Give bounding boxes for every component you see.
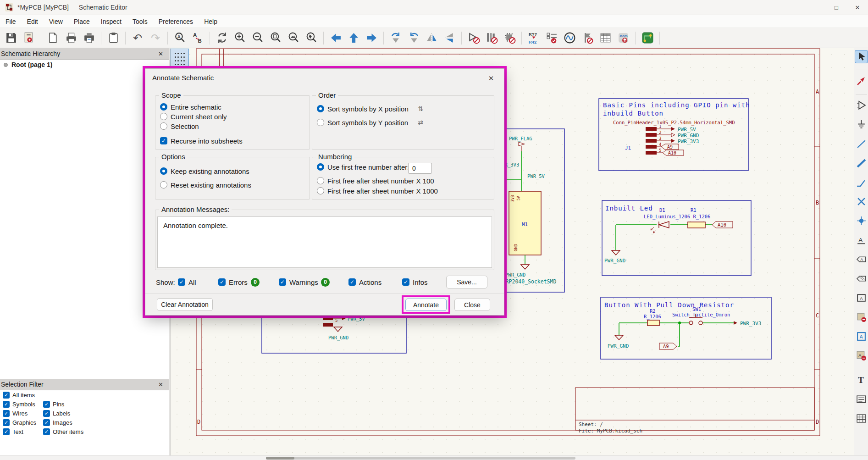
- find-icon[interactable]: A: [171, 30, 188, 46]
- nav-forward-icon[interactable]: [363, 30, 380, 46]
- radio-icon[interactable]: [160, 181, 167, 188]
- nav-back-icon[interactable]: [327, 30, 344, 46]
- radio-sort-y[interactable]: Sort symbols by Y position⇄: [317, 118, 423, 127]
- checkbox-icon[interactable]: [178, 278, 185, 286]
- menu-preferences[interactable]: Preferences: [159, 18, 193, 25]
- annotate-icon[interactable]: R??R42: [525, 30, 542, 46]
- import-sheet-pin-icon[interactable]: [855, 311, 868, 323]
- symbol-editor-icon[interactable]: [465, 30, 482, 46]
- minimize-button[interactable]: –: [805, 0, 826, 15]
- mirror-horizontal-icon[interactable]: [423, 30, 440, 46]
- radio-sort-x[interactable]: Sort symbols by X position⇅: [317, 104, 423, 113]
- radio-icon[interactable]: [160, 103, 167, 111]
- menu-help[interactable]: Help: [204, 18, 217, 25]
- close-dialog-button[interactable]: Close: [454, 299, 490, 311]
- first-free-number-input[interactable]: 0: [408, 163, 432, 174]
- filter-other-items[interactable]: Other items: [43, 427, 83, 436]
- maximize-button[interactable]: □: [826, 0, 847, 15]
- zoom-out-icon[interactable]: [249, 30, 266, 46]
- schematic-setup-icon[interactable]: [21, 30, 37, 46]
- checkbox-recurse-subsheets[interactable]: Recurse into subsheets: [160, 136, 243, 145]
- menu-file[interactable]: File: [6, 18, 16, 25]
- menu-edit[interactable]: Edit: [27, 18, 38, 25]
- simulator-icon[interactable]: [561, 30, 578, 46]
- zoom-fit-page-icon[interactable]: [267, 30, 284, 46]
- radio-keep-annotations[interactable]: Keep existing annotations: [160, 166, 249, 176]
- scrollbar-thumb-dark[interactable]: [266, 457, 294, 460]
- export-bom-icon[interactable]: .bom: [615, 30, 631, 46]
- radio-first-free-after[interactable]: Use first free number after:: [317, 162, 409, 172]
- radio-icon[interactable]: [317, 119, 324, 126]
- find-replace-icon[interactable]: AB: [189, 30, 206, 46]
- filter-wires[interactable]: Wires: [3, 409, 168, 418]
- save-icon[interactable]: [3, 30, 19, 46]
- checkbox-icon[interactable]: [43, 428, 50, 435]
- sheet-pin-icon[interactable]: A: [855, 330, 868, 343]
- checkbox-show-warnings[interactable]: Warnings: [279, 277, 318, 287]
- menu-tools[interactable]: Tools: [133, 18, 148, 25]
- junction-icon[interactable]: [855, 215, 868, 227]
- draw-wire-icon[interactable]: [855, 138, 868, 150]
- radio-current-sheet-only[interactable]: Current sheet only: [160, 112, 227, 121]
- text-variables-icon[interactable]: A: [855, 349, 868, 362]
- assign-footprints-icon[interactable]: [579, 30, 596, 46]
- place-power-port-icon[interactable]: [855, 118, 868, 131]
- clear-annotation-button[interactable]: Clear Annotation: [157, 298, 213, 311]
- print-icon[interactable]: [63, 30, 79, 46]
- checkbox-icon[interactable]: [43, 410, 50, 417]
- filter-images[interactable]: Images: [43, 418, 83, 427]
- dialog-close-icon[interactable]: ✕: [485, 72, 498, 84]
- radio-icon[interactable]: [160, 122, 167, 130]
- checkbox-icon[interactable]: [3, 410, 10, 417]
- menu-place[interactable]: Place: [74, 18, 90, 25]
- checkbox-icon[interactable]: [43, 419, 50, 426]
- radio-sheet-x1000[interactable]: First free after sheet number X 1000: [317, 186, 438, 195]
- highlight-net-icon[interactable]: [855, 75, 868, 87]
- rotate-cw-icon[interactable]: [405, 30, 422, 46]
- redo-icon[interactable]: ↷: [147, 30, 164, 46]
- checkbox-icon[interactable]: [3, 419, 10, 426]
- checkbox-icon[interactable]: [348, 278, 356, 286]
- checkbox-icon[interactable]: [160, 137, 167, 144]
- hierarchical-label-icon[interactable]: [855, 272, 868, 285]
- save-button[interactable]: Save...: [446, 276, 487, 288]
- checkbox-icon[interactable]: [3, 428, 10, 435]
- annotation-messages-box[interactable]: Annotation complete.: [157, 216, 492, 268]
- paste-icon[interactable]: [105, 30, 122, 46]
- symbol-fields-table-icon[interactable]: [597, 30, 614, 46]
- checkbox-icon[interactable]: [3, 401, 10, 408]
- mirror-vertical-icon[interactable]: [441, 30, 458, 46]
- no-connect-icon[interactable]: [855, 195, 868, 208]
- zoom-fit-objects-icon[interactable]: [285, 30, 302, 46]
- radio-reset-annotations[interactable]: Reset existing annotations: [160, 180, 251, 189]
- cursor-icon[interactable]: [855, 50, 868, 63]
- checkbox-show-errors[interactable]: Errors: [218, 277, 248, 287]
- filter-pins[interactable]: Pins: [43, 399, 83, 409]
- table-icon[interactable]: [855, 412, 868, 425]
- undo-icon[interactable]: ↶: [129, 30, 146, 46]
- net-label-icon[interactable]: A: [855, 234, 868, 246]
- radio-selection[interactable]: Selection: [160, 122, 199, 131]
- zoom-selection-icon[interactable]: [303, 30, 320, 46]
- checkbox-show-all[interactable]: All: [178, 277, 196, 287]
- scrollbar-thumb[interactable]: [266, 457, 575, 460]
- filter-labels[interactable]: Labels: [43, 409, 83, 418]
- checkbox-icon[interactable]: [402, 278, 409, 286]
- radio-icon[interactable]: [317, 163, 324, 171]
- hierarchical-sheet-icon[interactable]: A: [855, 292, 868, 304]
- erc-icon[interactable]: [543, 30, 560, 46]
- horizontal-scrollbar[interactable]: [0, 455, 868, 460]
- draw-bus-icon[interactable]: [855, 157, 868, 169]
- radio-icon[interactable]: [317, 105, 324, 112]
- page-setup-icon[interactable]: [45, 30, 61, 46]
- checkbox-show-infos[interactable]: Infos: [402, 277, 428, 287]
- radio-sheet-x100[interactable]: First free after sheet number X 100: [317, 176, 434, 185]
- refresh-icon[interactable]: [214, 30, 230, 46]
- selection-filter-close-icon[interactable]: ✕: [155, 381, 166, 388]
- radio-icon[interactable]: [317, 177, 324, 184]
- hierarchy-root-item[interactable]: Root (page 1): [4, 61, 52, 68]
- checkbox-icon[interactable]: [43, 401, 50, 408]
- open-pcb-editor-icon[interactable]: [639, 30, 656, 46]
- checkbox-show-actions[interactable]: Actions: [348, 277, 381, 287]
- radio-icon[interactable]: [160, 167, 167, 175]
